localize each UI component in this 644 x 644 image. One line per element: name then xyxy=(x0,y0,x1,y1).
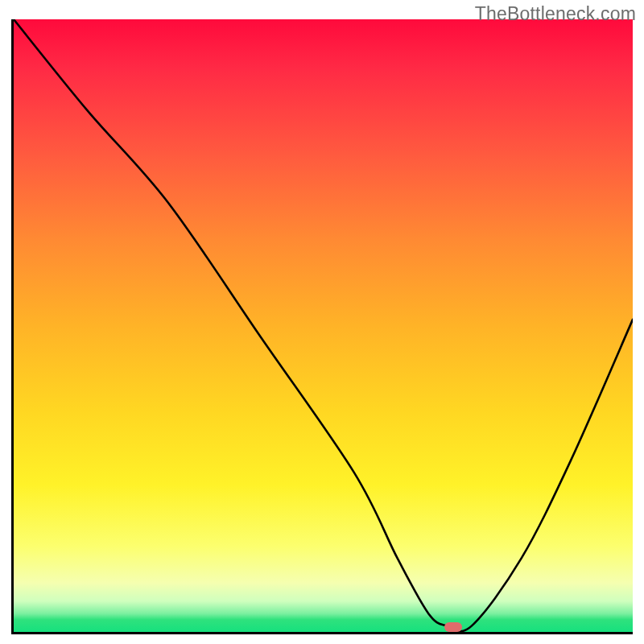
optimal-point-marker xyxy=(444,622,462,632)
plot-area xyxy=(11,19,633,634)
chart-container: TheBottleneck.com xyxy=(0,0,644,644)
bottleneck-line xyxy=(14,19,633,632)
watermark-text: TheBottleneck.com xyxy=(475,3,636,25)
